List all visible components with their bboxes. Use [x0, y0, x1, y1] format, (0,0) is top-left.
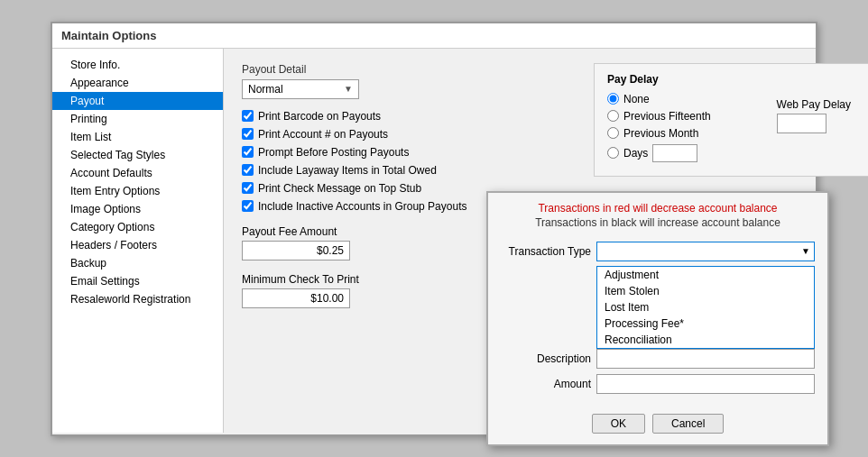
radio-previous-month-label: Previous Month [623, 127, 698, 140]
days-input[interactable] [652, 144, 697, 162]
checkbox-layaway-label: Include Layaway Items in Total Owed [258, 164, 437, 177]
web-pay-delay-label: Web Pay Delay [777, 98, 851, 111]
sidebar-item-headers-footers[interactable]: Headers / Footers [52, 236, 223, 254]
radio-previous-fifteenth-label: Previous Fifteenth [623, 110, 711, 123]
radio-none-label: None [623, 93, 650, 105]
sidebar-item-appearance[interactable]: Appearance [52, 74, 223, 92]
sidebar-item-image-options[interactable]: Image Options [52, 200, 223, 218]
list-item-processing-fee[interactable]: Processing Fee* [597, 315, 814, 332]
pay-delay-section: Pay Delay None Previous Fifteenth Previo… [594, 63, 868, 177]
web-pay-input[interactable] [777, 114, 826, 133]
sidebar-item-backup[interactable]: Backup [52, 254, 223, 272]
sidebar-item-item-entry-options[interactable]: Item Entry Options [52, 182, 223, 200]
popup-header: Transactions in red will decrease accoun… [488, 193, 827, 234]
radio-days-input[interactable] [607, 147, 619, 159]
sidebar-item-category-options[interactable]: Category Options [52, 218, 223, 236]
dropdown-arrow-icon: ▼ [344, 84, 353, 94]
popup-dialog: Transactions in red will decrease accoun… [486, 191, 829, 446]
checkbox-print-barcode-input[interactable] [242, 110, 254, 122]
minimum-check-input[interactable] [242, 288, 350, 308]
popup-black-text: Transactions in black will increase acco… [501, 216, 815, 229]
radio-days: Days [607, 144, 860, 162]
amount-input[interactable] [596, 374, 815, 394]
transaction-type-row: Transaction Type ▼ [501, 242, 815, 261]
pay-delay-title: Pay Delay [607, 73, 860, 86]
sidebar-item-email-settings[interactable]: Email Settings [52, 272, 223, 290]
checkbox-layaway-input[interactable] [242, 164, 254, 176]
transaction-type-label: Transaction Type [501, 245, 591, 258]
popup-body: Transaction Type ▼ Adjustment Item Stole… [488, 234, 827, 407]
payout-detail-dropdown[interactable]: Normal ▼ [242, 79, 359, 99]
window-body: Store Info.AppearancePayoutPrintingItem … [52, 49, 816, 433]
sidebar-item-item-list[interactable]: Item List [52, 128, 223, 146]
amount-label: Amount [501, 378, 591, 390]
list-item-item-stolen[interactable]: Item Stolen [597, 283, 814, 299]
sidebar: Store Info.AppearancePayoutPrintingItem … [52, 49, 224, 433]
sidebar-item-resaleworld-registration[interactable]: Resaleworld Registration [52, 290, 223, 308]
checkbox-prompt-before-input[interactable] [242, 146, 254, 158]
checkbox-print-check-input[interactable] [242, 182, 254, 194]
radio-previous-month-input[interactable] [607, 127, 619, 139]
sidebar-item-payout[interactable]: Payout [52, 92, 223, 110]
checkbox-inactive-input[interactable] [242, 200, 254, 212]
description-row: Description [501, 349, 815, 369]
sidebar-item-selected-tag-styles[interactable]: Selected Tag Styles [52, 146, 223, 164]
amount-row: Amount [501, 374, 815, 394]
sidebar-item-account-defaults[interactable]: Account Defaults [52, 164, 223, 182]
payout-detail-value: Normal [248, 83, 283, 96]
checkbox-print-account-input[interactable] [242, 128, 254, 140]
ok-button[interactable]: OK [592, 414, 645, 434]
main-window: Maintain Options Store Info.AppearancePa… [51, 22, 817, 436]
radio-none-input[interactable] [607, 93, 619, 105]
window-title: Maintain Options [52, 23, 816, 49]
main-content: Payout Detail Normal ▼ Print Barcode on … [224, 49, 816, 433]
checkbox-print-account-label: Print Account # on Payouts [258, 128, 388, 141]
checkbox-inactive-label: Include Inactive Accounts in Group Payou… [258, 200, 466, 213]
sidebar-item-printing[interactable]: Printing [52, 110, 223, 128]
list-item-reconciliation[interactable]: Reconciliation [597, 332, 814, 348]
radio-previous-fifteenth-input[interactable] [607, 110, 619, 122]
radio-days-label: Days [623, 147, 648, 160]
popup-red-text: Transactions in red will decrease accoun… [501, 202, 815, 215]
web-pay-delay: Web Pay Delay [777, 98, 851, 133]
description-label: Description [501, 352, 591, 365]
transaction-dropdown-arrow-icon: ▼ [801, 246, 810, 256]
list-item-lost-item[interactable]: Lost Item [597, 299, 814, 315]
popup-footer: OK Cancel [488, 407, 827, 444]
description-input[interactable] [596, 349, 815, 369]
checkbox-print-barcode-label: Print Barcode on Payouts [258, 110, 381, 123]
sidebar-item-store-info[interactable]: Store Info. [52, 56, 223, 74]
checkbox-prompt-before-label: Prompt Before Posting Payouts [258, 146, 409, 159]
list-item-adjustment[interactable]: Adjustment [597, 267, 814, 283]
payout-fee-input[interactable] [242, 241, 350, 260]
cancel-button[interactable]: Cancel [652, 414, 724, 434]
checkbox-print-check-label: Print Check Message on Top Stub [258, 182, 421, 195]
transaction-type-dropdown[interactable]: ▼ [596, 242, 815, 261]
transaction-type-list: Adjustment Item Stolen Lost Item Process… [596, 266, 815, 349]
